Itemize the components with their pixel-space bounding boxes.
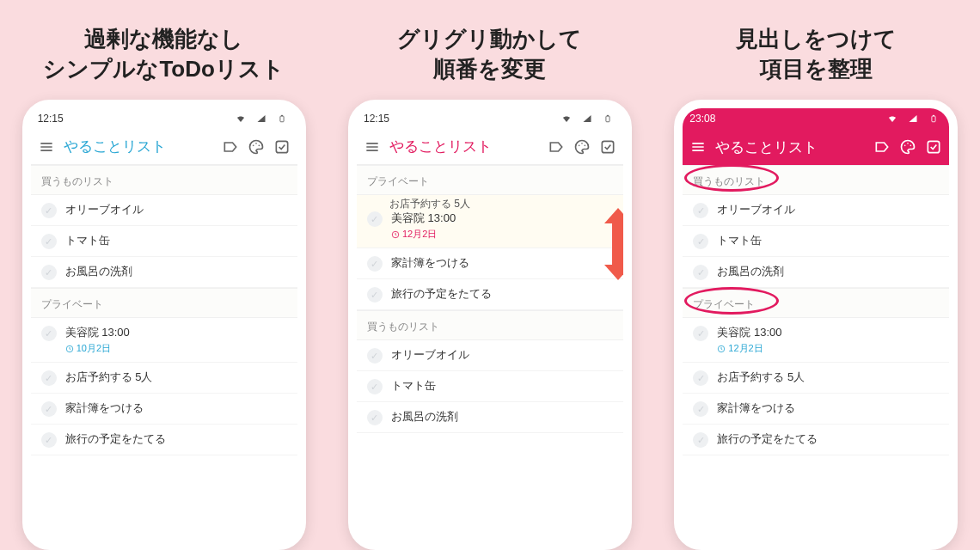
todo-row[interactable]: お風呂の洗剤 — [357, 402, 623, 433]
phone-frame: 12:15やることリストプライベートお店予約する 5人美容院 13:0012月2… — [348, 100, 632, 550]
todo-text: オリーブオイル — [717, 202, 795, 217]
check-circle-icon[interactable] — [367, 287, 383, 302]
svg-rect-21 — [933, 115, 934, 116]
promo-column: グリグリ動かして 順番を変更12:15やることリストプライベートお店予約する 5… — [331, 0, 648, 550]
battery-icon — [273, 110, 291, 127]
todo-row[interactable]: 家計簿をつける — [31, 394, 297, 425]
check-circle-icon[interactable] — [367, 348, 383, 364]
menu-icon[interactable] — [689, 138, 707, 156]
app-bar: やることリスト — [683, 129, 949, 165]
todo-row[interactable]: お店予約する 5人美容院 13:0012月2日 — [357, 195, 623, 248]
section-header: 買うものリスト — [683, 165, 949, 195]
section-header: プライベート — [31, 288, 297, 318]
app-title: やることリスト — [64, 137, 213, 156]
palette-icon[interactable] — [248, 138, 265, 156]
todo-text: 旅行の予定をたてる — [65, 431, 166, 447]
tagline: グリグリ動かして 順番を変更 — [397, 0, 582, 100]
todo-row[interactable]: 旅行の予定をたてる — [683, 425, 949, 455]
status-bar: 12:15 — [31, 108, 297, 129]
todo-row[interactable]: お店予約する 5人 — [31, 363, 297, 394]
todo-text: トマト缶 — [65, 233, 110, 248]
todo-title: オリーブオイル — [65, 202, 144, 217]
todo-title: お風呂の洗剤 — [717, 264, 784, 279]
todo-date: 12月2日 — [391, 228, 456, 241]
check-circle-icon[interactable] — [367, 410, 383, 425]
svg-rect-10 — [606, 116, 609, 122]
todo-row[interactable]: 美容院 13:0010月2日 — [31, 318, 297, 363]
todo-row[interactable]: お店予約する 5人 — [683, 363, 949, 394]
check-circle-icon[interactable] — [693, 432, 708, 448]
battery-icon — [599, 110, 616, 127]
todo-row[interactable]: オリーブオイル — [683, 195, 949, 226]
check-circle-icon[interactable] — [693, 370, 708, 386]
todo-row[interactable]: 家計簿をつける — [683, 394, 949, 425]
check-circle-icon[interactable] — [41, 370, 57, 386]
todo-title: 美容院 13:00 — [65, 325, 130, 340]
todo-row[interactable]: トマト缶 — [31, 226, 297, 257]
svg-rect-18 — [602, 141, 613, 152]
svg-point-17 — [584, 144, 585, 146]
todo-text: 旅行の予定をたてる — [391, 286, 492, 302]
highlight-circle — [684, 287, 779, 315]
todo-title: トマト缶 — [391, 378, 436, 394]
todo-title: 美容院 13:00 — [717, 325, 781, 340]
check-circle-icon[interactable] — [41, 265, 57, 280]
checkbox-icon[interactable] — [273, 138, 291, 156]
check-circle-icon[interactable] — [693, 401, 708, 417]
todo-title: トマト缶 — [65, 233, 110, 248]
status-icons — [884, 110, 942, 127]
wifi-icon — [558, 110, 575, 127]
todo-row[interactable]: オリーブオイル — [357, 340, 623, 371]
todo-row[interactable]: トマト缶 — [683, 226, 949, 257]
check-circle-icon[interactable] — [693, 326, 708, 341]
todo-row[interactable]: お風呂の洗剤 — [683, 257, 949, 288]
check-circle-icon[interactable] — [41, 401, 57, 417]
todo-text-behind: お店予約する 5人 — [389, 197, 470, 211]
menu-icon[interactable] — [364, 138, 381, 156]
svg-point-25 — [904, 145, 906, 147]
palette-icon[interactable] — [573, 138, 591, 156]
todo-title: 旅行の予定をたてる — [65, 431, 166, 447]
menu-icon[interactable] — [38, 138, 55, 156]
svg-rect-11 — [607, 115, 609, 116]
status-icons — [558, 110, 616, 127]
check-circle-icon[interactable] — [367, 211, 383, 227]
todo-row[interactable]: 家計簿をつける — [357, 248, 623, 279]
todo-text: 美容院 13:0010月2日 — [65, 325, 130, 355]
check-circle-icon[interactable] — [367, 379, 383, 394]
check-circle-icon[interactable] — [41, 203, 57, 218]
todo-title: 旅行の予定をたてる — [717, 431, 818, 447]
check-circle-icon[interactable] — [693, 203, 708, 218]
status-bar: 12:15 — [357, 108, 623, 129]
todo-row[interactable]: 美容院 13:0012月2日 — [683, 318, 949, 363]
check-circle-icon[interactable] — [693, 265, 708, 280]
svg-point-6 — [255, 143, 257, 144]
todo-text: お店予約する 5人 — [65, 370, 153, 385]
label-icon[interactable] — [548, 138, 565, 156]
wifi-icon — [884, 110, 901, 127]
todo-row[interactable]: オリーブオイル — [31, 195, 297, 226]
checkbox-icon[interactable] — [925, 138, 942, 156]
todo-row[interactable]: 旅行の予定をたてる — [31, 425, 297, 455]
todo-row[interactable]: お風呂の洗剤 — [31, 257, 297, 288]
todo-row[interactable]: 旅行の予定をたてる — [357, 279, 623, 310]
check-circle-icon[interactable] — [41, 326, 57, 341]
checkbox-icon[interactable] — [599, 138, 616, 156]
check-circle-icon[interactable] — [693, 234, 708, 249]
check-circle-icon[interactable] — [367, 256, 383, 272]
todo-text: 家計簿をつける — [391, 255, 469, 271]
highlight-circle — [684, 164, 779, 192]
svg-rect-8 — [276, 141, 287, 152]
todo-title: お風呂の洗剤 — [65, 264, 132, 279]
label-icon[interactable] — [222, 138, 239, 156]
section-header: プライベート — [683, 288, 949, 318]
todo-row[interactable]: トマト缶 — [357, 371, 623, 402]
label-icon[interactable] — [873, 138, 891, 156]
check-circle-icon[interactable] — [41, 234, 57, 249]
todo-title: トマト缶 — [717, 233, 762, 248]
palette-icon[interactable] — [899, 138, 916, 156]
todo-text: 旅行の予定をたてる — [717, 431, 818, 447]
check-circle-icon[interactable] — [41, 432, 57, 448]
todo-title: 家計簿をつける — [65, 400, 144, 416]
todo-text: トマト缶 — [391, 378, 436, 394]
